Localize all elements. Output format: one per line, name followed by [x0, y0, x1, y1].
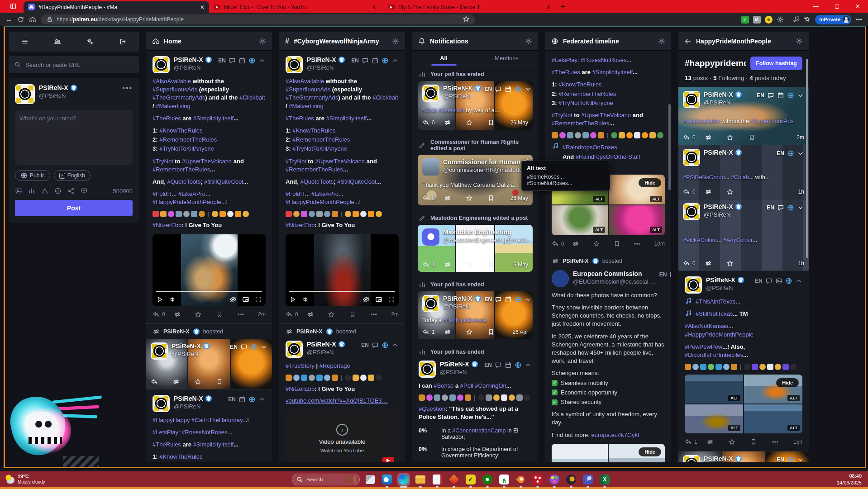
alt-badge[interactable]: ALT	[728, 395, 740, 401]
timestamp[interactable]: 10m	[654, 241, 665, 247]
search-input[interactable]	[25, 62, 134, 68]
avatar[interactable]	[286, 341, 303, 358]
fullscreen-icon[interactable]	[388, 296, 395, 303]
poll-option[interactable]: 0%In charge of the Department of Governm…	[419, 446, 532, 459]
tab-actions-icon[interactable]	[6, 2, 20, 11]
minimize-button[interactable]: —	[806, 0, 826, 13]
column-settings-gear-icon[interactable]	[392, 38, 399, 45]
xbox-icon[interactable]	[481, 473, 494, 486]
share-icon[interactable]	[67, 187, 75, 195]
post-collage[interactable]: PSiReN-X@PSiReN EN #PickAColour... #AnyC…	[678, 199, 809, 271]
pip-icon[interactable]	[242, 296, 249, 303]
avatar[interactable]	[153, 56, 170, 73]
boost-button[interactable]	[174, 311, 195, 318]
play-icon[interactable]	[156, 296, 163, 303]
post-collage[interactable]: PSiReN-X EN #PSiReNsGroup... #Colab... w…	[678, 145, 809, 199]
avatar[interactable]	[286, 56, 303, 73]
back-icon[interactable]	[684, 38, 692, 45]
alt-badge[interactable]: ALT	[593, 227, 605, 233]
extension-m-icon[interactable]: M	[753, 16, 761, 24]
file-explorer-icon[interactable]	[414, 473, 427, 486]
privacy-pill[interactable]: Public	[15, 170, 50, 181]
maximize-button[interactable]	[826, 0, 847, 13]
notification-post[interactable]: PSiReN-X@PSiReN EN Today's #HotTopicDeba…	[418, 291, 533, 339]
browser-essentials-icon[interactable]	[792, 16, 800, 23]
tab-close-icon[interactable]: ✕	[200, 4, 205, 10]
notification-post[interactable]: Commissioner for Human Rig@commissionerH…	[418, 155, 533, 205]
avatar[interactable]	[15, 84, 35, 104]
account-menu-icon[interactable]: •••	[122, 84, 133, 92]
start-button[interactable]	[276, 474, 288, 485]
display-name[interactable]: PSiReN-X	[39, 84, 77, 91]
hide-media-button[interactable]: Hide	[639, 178, 661, 187]
tab-mentions[interactable]: Mentions	[475, 51, 538, 66]
volume-icon[interactable]	[302, 296, 309, 303]
post[interactable]: #LetsPlay: #RosesNotRoses... #TheRules a…	[545, 51, 671, 253]
post[interactable]: PSiReN-X @PSiReN EN I can #Sense a #Poll…	[412, 359, 538, 462]
video-progress-bar[interactable]	[156, 291, 262, 292]
attach-media-icon[interactable]	[15, 187, 22, 195]
post-meta-icons[interactable]: EN	[218, 56, 266, 64]
search-box[interactable]	[9, 56, 139, 73]
column-settings-gear-icon[interactable]	[259, 38, 266, 45]
poll-option[interactable]: 0%In a #ConcentrationCamp in El Salvador…	[419, 427, 532, 440]
tab-youtube-2[interactable]: Sly & The Family Stone - Dance T ✕	[383, 1, 555, 13]
alt-badge[interactable]: ALT	[593, 196, 605, 202]
bookmark-button[interactable]	[216, 378, 238, 385]
column-settings-gear-icon[interactable]	[525, 38, 532, 45]
post[interactable]: PSiReN-X @PSiReN EN #AlsoAvailable witho…	[146, 51, 272, 324]
tab-all[interactable]: All	[412, 51, 475, 66]
hide-alt-eye-icon[interactable]	[362, 296, 370, 303]
avatar[interactable]	[151, 342, 168, 360]
reply-button[interactable]: 0	[153, 311, 174, 318]
favourite-button[interactable]	[195, 311, 216, 318]
column-settings-gear-icon[interactable]	[796, 38, 803, 45]
volume-icon[interactable]	[169, 296, 176, 303]
task-view-icon[interactable]	[364, 473, 377, 486]
notification-post[interactable]: Mastodon Engineering@MastodonEngineering…	[418, 225, 533, 272]
boosted-collage-post[interactable]: PSiReN-X @PSiReN EN	[146, 339, 272, 389]
extension-check-icon[interactable]: ✓	[741, 16, 749, 24]
back-icon[interactable]: ←	[5, 15, 13, 24]
reply-button[interactable]: 1	[685, 438, 706, 446]
hide-alt-eye-icon[interactable]	[229, 296, 237, 303]
extensions-puzzle-icon[interactable]	[777, 16, 784, 23]
post-collage[interactable]: PSiReN-X@PSiReN EN	[678, 451, 809, 462]
tab-close-icon[interactable]: ✕	[372, 4, 377, 10]
post-button[interactable]: Post	[15, 200, 133, 216]
maps-pin-icon[interactable]	[515, 473, 527, 486]
more-button[interactable]	[370, 311, 391, 318]
more-button[interactable]	[634, 240, 654, 247]
alt-badge[interactable]: ALT	[650, 227, 662, 233]
collections-icon[interactable]	[804, 16, 811, 23]
avatar[interactable]	[153, 395, 170, 412]
favourite-button[interactable]	[328, 311, 349, 318]
people-icon[interactable]	[54, 38, 61, 45]
content-warning-icon[interactable]	[41, 187, 48, 195]
settings-menu-icon[interactable]	[855, 16, 863, 23]
youtube-embed-card[interactable]: i Video unavailable Watch on YouTube	[286, 408, 399, 462]
stocks-app-icon[interactable]	[498, 473, 510, 486]
display-name[interactable]: PSiReN-X	[174, 56, 212, 63]
tab-mastodon[interactable]: #HappyPrideMonthPeople - #Ma ✕	[24, 1, 209, 13]
edge-icon[interactable]	[397, 473, 410, 486]
tab-close-icon[interactable]: ✕	[546, 4, 551, 10]
phone-link-icon[interactable]	[431, 473, 444, 486]
diagram-app-icon[interactable]	[531, 473, 544, 486]
outlook-icon[interactable]	[381, 473, 393, 486]
diamond-app-icon[interactable]	[448, 473, 460, 486]
menu-icon[interactable]	[21, 38, 29, 45]
close-button[interactable]: ✕	[847, 0, 868, 13]
alt-badge[interactable]: ALT	[787, 395, 800, 401]
boost-button[interactable]	[307, 311, 328, 318]
video-player[interactable]	[153, 234, 266, 306]
paint-app-icon[interactable]	[548, 473, 561, 486]
play-icon[interactable]	[289, 296, 296, 303]
preferences-gears-icon[interactable]	[86, 38, 94, 45]
post[interactable]: European Commission @EUCommission@ec.soc…	[545, 265, 671, 462]
new-tab-button[interactable]: ＋	[559, 1, 567, 11]
logout-icon[interactable]	[119, 38, 126, 45]
follow-hashtag-button[interactable]: Follow hashtag	[750, 57, 802, 70]
timestamp[interactable]: 15h	[793, 439, 802, 445]
tab-youtube-1[interactable]: Nitzer Ebb - I Give To You - YouTu ✕	[209, 1, 381, 13]
